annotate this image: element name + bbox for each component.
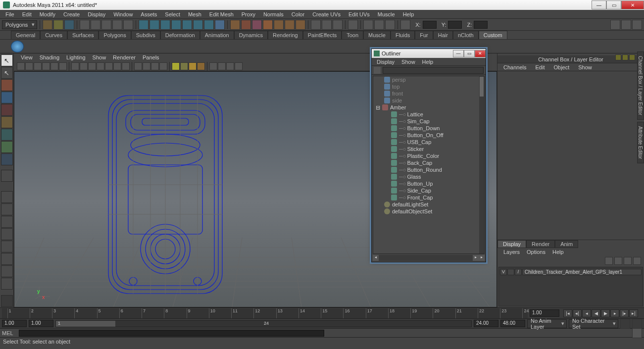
snap-curve-icon[interactable]: [149, 20, 159, 30]
outliner-item[interactable]: front: [373, 90, 484, 97]
layer-icon[interactable]: [605, 257, 613, 265]
paint-select-tool[interactable]: [1, 79, 13, 91]
outliner-menu-help[interactable]: Help: [419, 59, 437, 65]
menu-muscle[interactable]: Muscle: [374, 11, 398, 18]
vp-light-icon[interactable]: [172, 62, 180, 70]
display-tab-display[interactable]: Display: [497, 240, 526, 248]
coord-x-input[interactable]: [423, 21, 437, 29]
coord-z-input[interactable]: [474, 21, 488, 29]
play-end-input[interactable]: 24.00: [474, 320, 498, 327]
menu-mesh[interactable]: Mesh: [185, 11, 205, 18]
fps-field[interactable]: 1.00: [530, 309, 559, 317]
outliner-tree[interactable]: persptopfrontside⊟Amber─○Lattice─○Sim_Ca…: [373, 76, 485, 254]
show-manip-tool[interactable]: [1, 153, 13, 165]
rotate-tool[interactable]: [1, 104, 13, 116]
lasso-tool[interactable]: ↖: [1, 67, 13, 79]
menu-assets[interactable]: Assets: [137, 11, 160, 18]
scale-tool[interactable]: [1, 116, 13, 128]
outliner-item[interactable]: ─○Button_Down: [373, 125, 484, 132]
outliner-item[interactable]: ─○Sticker: [373, 146, 484, 152]
xform-c-icon[interactable]: [385, 20, 395, 30]
vp-icon[interactable]: [226, 62, 234, 70]
menu-edit-uvs[interactable]: Edit UVs: [345, 11, 373, 18]
vp-icon[interactable]: [59, 62, 67, 70]
vp-icon[interactable]: [42, 62, 50, 70]
outliner-item[interactable]: side: [373, 97, 484, 104]
menu-create-uvs[interactable]: Create UVs: [309, 11, 344, 18]
cb-icon[interactable]: [615, 54, 621, 60]
panel-menu-shading[interactable]: Shading: [37, 54, 62, 60]
vp-icon[interactable]: [34, 62, 42, 70]
layout-two-icon[interactable]: [1, 216, 13, 228]
snap-plane-icon[interactable]: [171, 20, 181, 30]
anim-start-input[interactable]: 1.00: [2, 320, 27, 327]
layer-row[interactable]: V / Children_Tracker_Amber_Alert_GPS_lay…: [500, 268, 642, 275]
channel-tab-show[interactable]: Show: [574, 64, 596, 70]
menu-select[interactable]: Select: [161, 11, 184, 18]
undo-icon[interactable]: [80, 20, 90, 30]
menu-color[interactable]: Color: [288, 11, 308, 18]
mel-input[interactable]: [19, 330, 324, 337]
panel-menu-renderer[interactable]: Renderer: [110, 54, 139, 60]
sidebar-toggle-c-icon[interactable]: [632, 20, 642, 30]
layer-menu-layers[interactable]: Layers: [500, 249, 523, 255]
render-settings-icon[interactable]: [263, 20, 273, 30]
menu-edit[interactable]: Edit: [19, 11, 35, 18]
scrollbar-horizontal[interactable]: ◂▸▸: [373, 255, 485, 261]
open-scene-icon[interactable]: [53, 20, 63, 30]
channel-tab-object[interactable]: Object: [549, 64, 573, 70]
select-tool[interactable]: ↖: [1, 54, 13, 66]
layout-persp-icon[interactable]: [1, 228, 13, 240]
layout-outliner-icon[interactable]: [1, 241, 13, 252]
layer-menu-help[interactable]: Help: [549, 249, 567, 255]
layer-vis-toggle[interactable]: V: [500, 269, 507, 275]
vp-icon[interactable]: [25, 62, 33, 70]
panel-menu-view[interactable]: View: [18, 54, 36, 60]
sidebar-toggle-b-icon[interactable]: [621, 20, 631, 30]
vp-icon[interactable]: [88, 62, 96, 70]
layout-four-icon[interactable]: [1, 203, 13, 215]
snap-point-icon[interactable]: [160, 20, 170, 30]
layout-graph-icon[interactable]: [1, 253, 13, 265]
layer-type-toggle[interactable]: [507, 269, 514, 275]
soft-mod-tool[interactable]: [1, 141, 13, 153]
shelf-tab-custom[interactable]: Custom: [479, 31, 507, 39]
layout-a-icon[interactable]: [311, 20, 321, 30]
vp-icon[interactable]: [17, 62, 25, 70]
select-obj-icon[interactable]: [112, 20, 122, 30]
layer-menu-options[interactable]: Options: [524, 249, 548, 255]
outliner-item[interactable]: ─○Button_Round: [373, 166, 484, 173]
menu-help[interactable]: Help: [399, 11, 418, 18]
vp-icon[interactable]: [80, 62, 88, 70]
shelf-tab-animation[interactable]: Animation: [200, 31, 234, 39]
minimize-button[interactable]: —: [592, 0, 606, 9]
xform-a-icon[interactable]: [363, 20, 373, 30]
layer-icon[interactable]: [614, 257, 622, 265]
vp-icon[interactable]: [122, 62, 130, 70]
step-forward-key-button[interactable]: |▸: [620, 309, 629, 317]
save-scene-icon[interactable]: [64, 20, 74, 30]
shelf-tab-ncloth[interactable]: nCloth: [453, 31, 479, 39]
layer-ref-toggle[interactable]: /: [515, 269, 522, 275]
redo-icon[interactable]: [91, 20, 100, 30]
outliner-minimize-button[interactable]: —: [453, 50, 464, 57]
menu-window[interactable]: Window: [110, 11, 136, 18]
vp-icon[interactable]: [134, 62, 142, 70]
shelf-tab-toon[interactable]: Toon: [342, 31, 363, 39]
anim-end-input[interactable]: 48.00: [500, 320, 525, 327]
panel-menu-show[interactable]: Show: [90, 54, 109, 60]
vp-light-icon[interactable]: [197, 62, 205, 70]
character-set-selector[interactable]: No Character Set: [569, 319, 618, 328]
shelf-tab-general[interactable]: General: [11, 31, 40, 39]
panel-menu-lighting[interactable]: Lighting: [63, 54, 89, 60]
render-c-icon[interactable]: [296, 20, 305, 30]
layer-icon[interactable]: [633, 257, 641, 265]
layout-hyper-icon[interactable]: [1, 265, 13, 277]
render-frame-icon[interactable]: [252, 20, 262, 30]
layout-b-icon[interactable]: [322, 20, 332, 30]
outliner-item[interactable]: ─○Front_Cap: [373, 194, 484, 201]
construction-history-icon[interactable]: [348, 20, 358, 30]
render-a-icon[interactable]: [274, 20, 284, 30]
vp-icon[interactable]: [235, 62, 243, 70]
shelf-tab-fur[interactable]: Fur: [415, 31, 433, 39]
